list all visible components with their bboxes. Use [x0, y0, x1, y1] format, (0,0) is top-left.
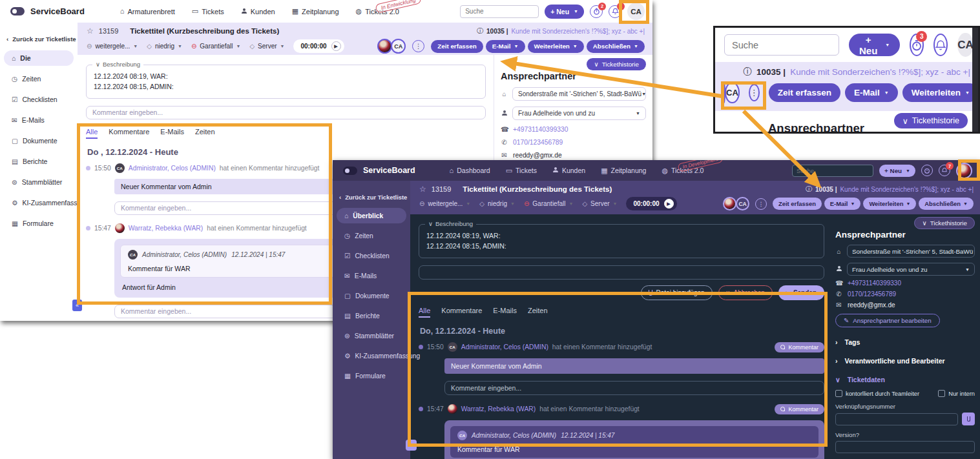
- favorite-star-icon[interactable]: ☆: [87, 26, 94, 36]
- entry-author[interactable]: Administrator, Celos (ADMIN): [129, 165, 216, 172]
- email-value[interactable]: reeddy@gmx.de: [513, 152, 562, 159]
- nav-item-tickets[interactable]: ▭Tickets: [506, 167, 537, 174]
- tab-zeiten[interactable]: Zeiten: [195, 128, 215, 139]
- email-button[interactable]: E-Mail▼: [486, 40, 525, 53]
- record-time-button[interactable]: Zeit erfassen: [431, 40, 483, 53]
- nav-item-tickets2[interactable]: ◍Tickets 2.0 In Development: [662, 167, 704, 174]
- nav-item-zeitplanung[interactable]: ▦Zeitplanung: [292, 8, 339, 15]
- nav-item-dashboard[interactable]: ⌂Armaturenbrett: [120, 8, 175, 15]
- type-chip[interactable]: ⊖Garantiefall▼: [191, 43, 240, 50]
- stopwatch-button[interactable]: [921, 165, 933, 176]
- comment-input[interactable]: Kommentar eingeben...: [86, 106, 486, 119]
- cancel-button[interactable]: ×Abbrechen: [718, 285, 773, 300]
- new-button[interactable]: + Neu▼: [545, 5, 584, 19]
- link-button[interactable]: [962, 413, 975, 425]
- favorite-star-icon[interactable]: ☆: [419, 185, 426, 194]
- person-select[interactable]: Frau Adelheide von und zu▼: [847, 263, 975, 276]
- forward-button[interactable]: Weiterleiten▼: [902, 83, 979, 102]
- sidebar-item-zeiten[interactable]: ◷Zeiten: [4, 71, 74, 87]
- sidebar-item-ueberblick[interactable]: ⌂Überblick: [337, 208, 406, 223]
- mobile-link[interactable]: 0170/123456789: [848, 291, 896, 298]
- sidebar-item-emails[interactable]: ✉E-Mails: [337, 268, 406, 283]
- info-icon[interactable]: ⓘ: [806, 185, 812, 194]
- more-options-button[interactable]: ⋮: [749, 84, 760, 101]
- status-chip[interactable]: ⊖weitergele...▼: [419, 200, 470, 207]
- sidebar-item-formulare[interactable]: ▦Formulare: [4, 216, 74, 231]
- forward-button[interactable]: Weiterleiten▼: [528, 40, 584, 53]
- collapse-sidebar-handle[interactable]: «: [406, 440, 417, 451]
- sidebar-item-formulare[interactable]: ▦Formulare: [337, 368, 406, 383]
- checkbox[interactable]: [835, 390, 842, 397]
- sidebar-item-berichte[interactable]: ▤Berichte: [337, 308, 406, 323]
- tab-kommentare[interactable]: Kommentare: [109, 128, 149, 139]
- close-ticket-button[interactable]: Abschließen▼: [587, 40, 645, 53]
- link-number-input[interactable]: [835, 413, 958, 425]
- sidebar-item-zeiten[interactable]: ◷Zeiten: [337, 228, 406, 243]
- mobile-link[interactable]: 0170/123456789: [513, 139, 563, 146]
- sidebar-item-berichte[interactable]: ▤Berichte: [4, 154, 74, 169]
- user-avatar[interactable]: [956, 163, 972, 179]
- email-button[interactable]: E-Mail▼: [845, 83, 898, 102]
- search-input[interactable]: [792, 165, 873, 177]
- description-box[interactable]: ∨Beschreibung 12.12.2024 08:19, WAR: 12.…: [86, 65, 486, 99]
- sidebar-item-dokumente[interactable]: ▢Dokumente: [337, 288, 406, 303]
- sidebar-item-checklisten[interactable]: ☑Checklisten: [4, 92, 74, 107]
- comment-input[interactable]: [419, 265, 824, 280]
- new-button[interactable]: + Neu▼: [879, 165, 915, 177]
- more-options-button[interactable]: ⋮: [412, 40, 424, 52]
- person-select[interactable]: Frau Adelheide von und zu▼: [512, 107, 646, 120]
- category-chip[interactable]: ◇Server▼: [249, 43, 284, 50]
- sidebar-item-overview[interactable]: ⌂Die: [4, 50, 74, 66]
- tab-emails[interactable]: E-Mails: [160, 128, 184, 139]
- entry-author[interactable]: Warratz, Rebekka (WAR): [461, 405, 536, 413]
- checkbox-team-lead-controlled[interactable]: kontorlliert durch Teamleiter: [835, 390, 919, 397]
- collapse-sidebar-handle[interactable]: «: [72, 300, 82, 311]
- notifications-button[interactable]: [933, 34, 948, 56]
- type-chip[interactable]: ⊖Garantiefall▼: [524, 200, 573, 207]
- tab-alle[interactable]: Alle: [86, 128, 98, 139]
- tab-zeiten[interactable]: Zeiten: [528, 307, 548, 318]
- search-input[interactable]: [460, 5, 539, 18]
- tab-alle[interactable]: Alle: [419, 307, 430, 318]
- notifications-button[interactable]: 7: [939, 165, 950, 176]
- assignee-avatar-photo[interactable]: [723, 197, 736, 210]
- back-to-ticketlist[interactable]: ‹Zurück zur Ticketliste: [333, 191, 410, 203]
- entry-author[interactable]: Warratz, Rebekka (WAR): [129, 225, 203, 232]
- version-input[interactable]: [835, 441, 975, 453]
- forward-button[interactable]: Weiterleiten▼: [863, 198, 916, 210]
- email-value[interactable]: reeddy@gmx.de: [848, 301, 895, 309]
- assignee-avatar-ca[interactable]: CA: [725, 82, 740, 103]
- tab-kommentare[interactable]: Kommentare: [441, 307, 482, 318]
- address-select[interactable]: Sonderstraße mit '-Strichen' 5, Stadt-Ba…: [512, 87, 646, 101]
- ticketdata-section-toggle[interactable]: ∨Ticketdaten: [835, 376, 975, 383]
- tab-emails[interactable]: E-Mails: [493, 307, 517, 318]
- assignee-avatar-photo[interactable]: [377, 39, 392, 54]
- priority-chip[interactable]: ◇niedrig▼: [147, 43, 182, 50]
- record-time-button[interactable]: Zeit erfassen: [773, 198, 822, 210]
- record-time-button[interactable]: Zeit erfassen: [769, 83, 840, 102]
- customer-link[interactable]: Kunde mit Sonderzeichen's !?%$]; xyz - a…: [511, 28, 645, 35]
- description-box[interactable]: ∨Beschreibung 12.12.2024 08:19, WAR: 12.…: [419, 224, 824, 258]
- checkbox[interactable]: [938, 390, 945, 397]
- assignee-avatar-ca[interactable]: CA: [391, 39, 406, 54]
- info-icon[interactable]: ⓘ: [744, 66, 753, 77]
- user-avatar[interactable]: CA: [627, 3, 645, 20]
- status-chip[interactable]: ⊖weitergele...▼: [87, 43, 138, 50]
- info-icon[interactable]: ⓘ: [477, 26, 483, 36]
- new-button[interactable]: + Neu▼: [849, 34, 900, 56]
- add-file-button[interactable]: Datei hinzufügen: [641, 285, 713, 300]
- sidebar-item-emails[interactable]: ✉E-Mails: [4, 112, 74, 128]
- sidebar-item-stammblaetter[interactable]: ⊜Stammblätter: [337, 328, 406, 343]
- sidebar-item-checklisten[interactable]: ☑Checklisten: [337, 248, 406, 263]
- back-to-ticketlist[interactable]: ‹Zurück zur Ticketliste: [0, 33, 78, 45]
- sidebar-item-dokumente[interactable]: ▢Dokumente: [4, 133, 74, 148]
- send-button[interactable]: ▸Senden: [778, 285, 824, 300]
- customer-link[interactable]: Kunde mit Sonderzeichen's !?%$]; xyz - a…: [840, 186, 974, 193]
- nav-item-kunden[interactable]: Kunden: [552, 167, 585, 174]
- nav-item-tickets2[interactable]: ◍Tickets 2.0 In Entwicklung: [356, 8, 399, 15]
- stopwatch-button[interactable]: 2: [590, 5, 603, 18]
- assignee-avatar-ca[interactable]: CA: [736, 197, 749, 210]
- nav-item-zeitplanung[interactable]: ▦Zeitplanung: [601, 167, 646, 174]
- reply-input[interactable]: Kommentar eingeben...: [444, 381, 824, 395]
- entry-author[interactable]: Administrator, Celos (ADMIN): [461, 343, 548, 351]
